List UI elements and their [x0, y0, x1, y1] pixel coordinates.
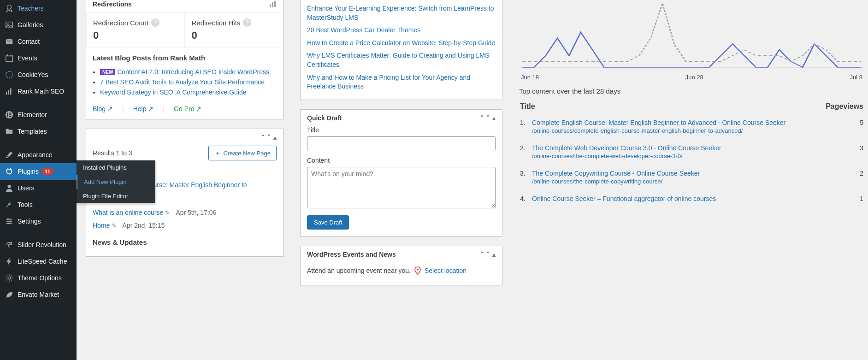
svg-rect-9	[6, 92, 7, 94]
chart-icon[interactable]	[269, 0, 277, 8]
sidebar-item-tools[interactable]: Tools	[0, 196, 77, 213]
sidebar-item-label: Rank Math SEO	[18, 88, 64, 95]
chart-x-labels: Jun 18 Jun 28 Jul 8	[519, 74, 864, 81]
top-content-row: 3.The Complete Copywriting Course - Onli…	[520, 165, 863, 189]
top-content-table: Title Pageviews 1.Complete English Cours…	[519, 99, 864, 208]
cog-icon	[5, 273, 14, 283]
news-link[interactable]: Why LMS Certificates Matter: Guide to Cr…	[307, 49, 496, 71]
recent-edit-link[interactable]: What is an online course	[93, 209, 163, 216]
content-path-link[interactable]: /online-courses/the-complete-web-develop…	[532, 153, 825, 159]
edit-date: Apr 5th, 17:06	[176, 209, 216, 216]
blog-post-link[interactable]: 7 Best SEO Audit Tools to Analyze Your S…	[100, 78, 265, 86]
sidebar-item-contact[interactable]: Contact	[0, 33, 77, 50]
x-label: Jun 28	[685, 74, 703, 81]
draft-title-input[interactable]	[307, 136, 496, 150]
sidebar-item-events[interactable]: Events	[0, 50, 77, 66]
sidebar-item-slider-revolution[interactable]: Slider Revolution	[0, 236, 77, 253]
draft-content-label: Content	[307, 157, 496, 164]
content-title-link[interactable]: The Complete Web Developer Course 3.0 - …	[532, 144, 721, 152]
new-badge: NEW	[100, 69, 115, 75]
svg-point-0	[7, 5, 12, 9]
sidebar-item-plugins[interactable]: Plugins11	[0, 163, 77, 180]
external-icon: ↗	[107, 105, 113, 112]
sidebar-item-label: CookieYes	[18, 71, 48, 78]
submenu-installed-plugins[interactable]: Installed Plugins	[77, 160, 155, 175]
rankmath-posts-list: NEW Content AI 2.0: Introducing AI SEO I…	[86, 68, 283, 96]
create-new-page-button[interactable]: ＋Create New Page	[208, 146, 277, 160]
collapse-icon[interactable]: ▴	[492, 114, 496, 122]
help-link[interactable]: Help ↗	[133, 105, 154, 112]
row-number: 1.	[520, 114, 531, 139]
pencil-icon[interactable]: ✎	[165, 209, 170, 216]
move-down-icon[interactable]: ˅	[267, 134, 271, 141]
select-location-link[interactable]: Select location	[425, 267, 466, 274]
top-content-row: 1.Complete English Course: Master Englis…	[520, 114, 863, 139]
move-up-icon[interactable]: ˄	[261, 134, 265, 141]
draft-title-label: Title	[307, 126, 496, 134]
pageviews-value: 1	[826, 190, 863, 207]
content-path-link[interactable]: /online-courses/the-complete-copywriting…	[532, 178, 825, 185]
move-up-icon[interactable]: ˄	[480, 114, 484, 122]
draft-content-textarea[interactable]	[307, 167, 496, 208]
news-link[interactable]: How to Create a Price Calculator on Webs…	[307, 37, 496, 50]
svg-point-21	[7, 218, 9, 220]
latest-posts-heading: Latest Blog Posts from Rank Math	[86, 47, 283, 65]
content-title-link[interactable]: The Complete Copywriting Course - Online…	[532, 170, 700, 177]
top-content-heading: Top content over the last 28 days	[519, 81, 864, 99]
move-down-icon[interactable]: ˅	[486, 114, 490, 122]
sidebar-item-elementor[interactable]: Elementor	[0, 106, 77, 123]
move-up-icon[interactable]: ˄	[480, 251, 484, 258]
pageviews-value: 3	[826, 140, 863, 164]
blog-post-link[interactable]: Content AI 2.0: Introducing AI SEO Insid…	[117, 68, 269, 76]
help-icon[interactable]: ?	[151, 18, 159, 27]
news-link[interactable]: 20 Best WordPress Car Dealer Themes	[307, 24, 496, 37]
svg-rect-14	[9, 113, 11, 114]
pencil-icon[interactable]: ✎	[112, 222, 117, 229]
blog-post-item: Keyword Strategy in SEO: A Comprehensive…	[100, 89, 283, 96]
svg-rect-1	[6, 22, 12, 28]
top-content-row: 4.Online Course Seeker – Functional aggr…	[520, 190, 863, 207]
image-icon	[5, 20, 14, 30]
sidebar-item-users[interactable]: Users	[0, 180, 77, 196]
blog-post-item: 7 Best SEO Audit Tools to Analyze Your S…	[100, 78, 283, 86]
sidebar-item-rank-math-seo[interactable]: Rank Math SEO	[0, 83, 77, 100]
content-title-link[interactable]: Online Course Seeker – Functional aggreg…	[532, 195, 716, 202]
news-link[interactable]: Enhance Your E-Learning Experience: Swit…	[307, 2, 496, 24]
sidebar-item-settings[interactable]: Settings	[0, 213, 77, 230]
collapse-icon[interactable]: ▴	[273, 134, 277, 141]
sidebar-item-envato-market[interactable]: Envato Market	[0, 286, 77, 303]
collapse-icon[interactable]: ▴	[492, 251, 496, 258]
recent-edit-link[interactable]: Home	[93, 222, 110, 229]
help-icon[interactable]: ?	[243, 18, 251, 27]
save-draft-button[interactable]: Save Draft	[307, 215, 349, 230]
content-title-link[interactable]: Complete English Course: Master English …	[532, 119, 785, 126]
user-icon	[5, 183, 14, 193]
sidebar-item-galleries[interactable]: Galleries	[0, 17, 77, 33]
blog-link[interactable]: Blog ↗	[93, 105, 113, 112]
content-path-link[interactable]: /online-courses/complete-english-course-…	[532, 127, 825, 134]
news-link[interactable]: Why and How to Make a Pricing List for Y…	[307, 71, 496, 93]
wrench-icon	[5, 200, 14, 209]
plug-icon	[5, 167, 14, 176]
sidebar-item-appearance[interactable]: Appearance	[0, 147, 77, 163]
svg-point-22	[10, 220, 12, 222]
update-badge: 11	[41, 168, 53, 175]
move-down-icon[interactable]: ˅	[486, 251, 490, 258]
external-icon: ↗	[148, 105, 154, 112]
sidebar-item-theme-options[interactable]: Theme Options	[0, 270, 77, 286]
sidebar-item-teachers[interactable]: Teachers	[0, 0, 77, 17]
sidebar-item-litespeed-cache[interactable]: LiteSpeed Cache	[0, 253, 77, 270]
top-content-row: 2.The Complete Web Developer Course 3.0 …	[520, 140, 863, 164]
svg-point-23	[8, 223, 10, 224]
submenu-plugin-file-editor[interactable]: Plugin File Editor	[77, 189, 155, 203]
submenu-add-new-plugin[interactable]: Add New Plugin	[77, 175, 155, 189]
sidebar-item-templates[interactable]: Templates	[0, 123, 77, 140]
svg-point-8	[6, 71, 12, 78]
gopro-link[interactable]: Go Pro ↗	[174, 105, 201, 112]
elementor-icon	[5, 110, 14, 119]
row-number: 3.	[520, 165, 531, 189]
sidebar-item-cookieyes[interactable]: CookieYes	[0, 66, 77, 83]
brush-icon	[5, 150, 14, 159]
ribbon-icon	[5, 4, 14, 13]
blog-post-link[interactable]: Keyword Strategy in SEO: A Comprehensive…	[100, 89, 247, 96]
